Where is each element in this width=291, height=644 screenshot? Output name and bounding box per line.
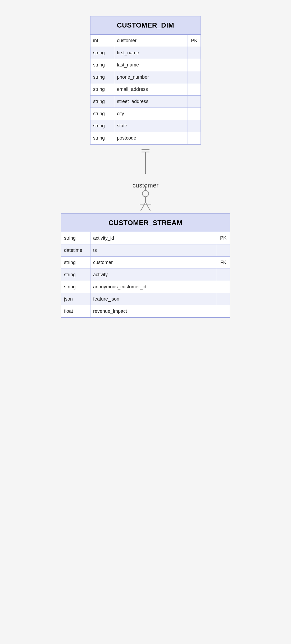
connector: customer [130,145,161,213]
customer-stream-table: CUSTOMER_STREAM string activity_id PK da… [61,213,230,318]
cell-name: customer [114,35,188,47]
customer-stream-title: CUSTOMER_STREAM [61,214,230,232]
cell-key: FK [217,257,230,269]
cell-key [188,59,201,71]
cell-key [217,269,230,281]
table-row: string city [90,108,201,120]
cell-name: anonymous_customer_id [90,281,217,293]
cell-type: string [61,269,90,281]
svg-point-4 [142,190,149,197]
cell-type: string [90,59,114,71]
table-row: string activity_id PK [61,232,230,244]
customer-dim-title: CUSTOMER_DIM [90,16,201,35]
cell-key [188,96,201,108]
table-row: json feature_json [61,293,230,305]
cell-name: ts [90,244,217,256]
cell-type: string [61,232,90,244]
cell-type: json [61,293,90,305]
cell-key: PK [217,232,230,244]
cell-key [188,47,201,59]
cell-type: string [90,120,114,132]
cell-type: string [90,47,114,59]
table-row: string phone_number [90,71,201,83]
cell-name: customer [90,257,217,269]
table-row: string customer FK [61,257,230,269]
cell-type: float [61,305,90,317]
cell-key [217,305,230,317]
cell-type: datetime [61,244,90,256]
table-row: string postcode [90,132,201,144]
table-row: datetime ts [61,244,230,257]
cell-type: int [90,35,114,47]
customer-dim-table: CUSTOMER_DIM int customer PK string firs… [90,16,201,145]
cell-type: string [90,108,114,120]
cell-name: state [114,120,188,132]
table-row: string email_address [90,83,201,96]
cell-type: string [90,71,114,83]
cell-key [188,83,201,95]
connector-label: customer [133,182,159,189]
table-row: float revenue_impact [61,305,230,317]
cell-key [188,132,201,144]
table-row: string first_name [90,47,201,59]
cell-name: street_address [114,96,188,108]
cell-name: feature_json [90,293,217,305]
cell-name: email_address [114,83,188,95]
diagram-container: CUSTOMER_DIM int customer PK string firs… [61,16,230,318]
cell-key [217,293,230,305]
cell-type: string [61,281,90,293]
cell-key [188,108,201,120]
cell-key: PK [188,35,201,47]
cell-name: postcode [114,132,188,144]
cell-type: string [90,96,114,108]
cell-key [217,281,230,293]
svg-line-8 [146,202,150,211]
cell-type: string [90,132,114,144]
cell-name: activity_id [90,232,217,244]
cell-type: string [61,257,90,269]
table-row: string state [90,120,201,132]
cell-name: last_name [114,59,188,71]
table-row: string anonymous_customer_id [61,281,230,293]
cell-name: first_name [114,47,188,59]
cell-name: revenue_impact [90,305,217,317]
cell-name: phone_number [114,71,188,83]
cell-key [188,120,201,132]
cell-name: city [114,108,188,120]
cell-type: string [90,83,114,95]
table-row: string activity [61,269,230,281]
cell-name: activity [90,269,217,281]
table-row: string last_name [90,59,201,71]
table-row: string street_address [90,96,201,108]
table-row: int customer PK [90,35,201,47]
svg-line-7 [141,202,146,211]
cell-key [217,244,230,256]
cell-key [188,71,201,83]
